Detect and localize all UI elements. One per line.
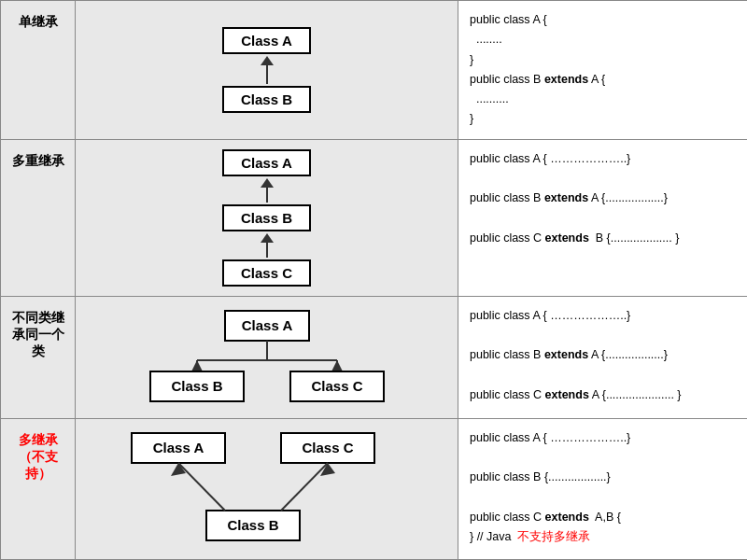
svg-marker-5 xyxy=(191,360,203,371)
svg-text:Class B: Class B xyxy=(171,378,222,394)
code-line-5: .......... xyxy=(470,90,736,109)
svg-multiple: Class A Class C Class B xyxy=(127,428,407,550)
svg-text:Class A: Class A xyxy=(152,440,204,455)
svg-text:Class C: Class C xyxy=(311,378,362,394)
mp-code-2 xyxy=(470,448,736,468)
svg-line-18 xyxy=(178,463,225,511)
arrow-line-2-multi xyxy=(266,243,268,258)
code-multiple: public class A { ………………..} public class … xyxy=(458,418,748,559)
mp-code-4 xyxy=(470,487,736,507)
row-multiple-inheritance: 多继承（不支持） Class A Class C Class B xyxy=(1,418,748,559)
svg-text:Class A: Class A xyxy=(241,317,292,333)
class-box-a-multi: Class A xyxy=(222,149,310,176)
arrow-line-1-multi xyxy=(266,188,268,203)
class-box-b-single: Class B xyxy=(222,86,311,113)
h-code-3: public class B extends A {..............… xyxy=(470,345,736,365)
ml-code-1: public class A { ………………..} xyxy=(470,149,736,169)
ml-code-3: public class B extends A {..............… xyxy=(470,189,736,208)
h-code-5: public class C extends A {..............… xyxy=(470,385,736,405)
label-hierarchical: 不同类继承同一个类 xyxy=(1,296,76,418)
mp-code-1: public class A { ………………..} xyxy=(470,428,736,448)
svg-text:Class C: Class C xyxy=(302,440,353,455)
svg-text:Class B: Class B xyxy=(227,517,278,533)
arrow-head-2-multi xyxy=(261,233,274,243)
main-table: 单继承 Class A Class B public class A { ...… xyxy=(0,0,747,560)
code-line-1: public class A { xyxy=(470,10,736,30)
svg-line-20 xyxy=(281,463,328,511)
diagram-single: Class A Class B xyxy=(76,1,458,140)
code-single: public class A { ........ } public class… xyxy=(458,1,748,140)
code-line-6: } xyxy=(470,109,736,129)
code-line-4: public class B extends A { xyxy=(470,70,736,90)
ml-code-5: public class C extends B {..............… xyxy=(470,229,736,248)
diagram-hierarchical: Class A Class B Class C xyxy=(76,296,458,418)
class-box-b-multi: Class B xyxy=(222,204,311,231)
class-box-a-single: Class A xyxy=(222,27,310,54)
class-box-c-multi: Class C xyxy=(222,259,311,287)
code-line-2: ........ xyxy=(470,30,736,49)
row-multilevel-inheritance: 多重继承 Class A Class B Class C public clas… xyxy=(1,139,748,296)
arrow-head-1-multi xyxy=(261,178,274,188)
label-multiple: 多继承（不支持） xyxy=(1,418,76,559)
h-code-2 xyxy=(470,326,736,345)
ml-code-4 xyxy=(470,208,736,228)
code-hierarchical: public class A { ………………..} public class … xyxy=(458,296,748,418)
label-single: 单继承 xyxy=(1,1,76,140)
diagram-multiple: Class A Class C Class B xyxy=(76,418,458,559)
svg-marker-7 xyxy=(331,360,343,371)
row-single-inheritance: 单继承 Class A Class B public class A { ...… xyxy=(1,1,748,140)
h-code-4 xyxy=(470,365,736,385)
arrow-line-single xyxy=(266,65,268,84)
code-line-3: } xyxy=(470,50,736,70)
diagram-multilevel: Class A Class B Class C xyxy=(76,139,458,296)
row-hierarchical-inheritance: 不同类继承同一个类 Class A xyxy=(1,296,748,418)
svg-hierarchical: Class A Class B Class C xyxy=(146,306,388,409)
mp-code-5: public class C extends A,B { xyxy=(470,508,736,527)
label-multilevel: 多重继承 xyxy=(1,139,76,296)
arrow-head-single xyxy=(261,56,274,65)
ml-code-2 xyxy=(470,169,736,189)
h-code-1: public class A { ………………..} xyxy=(470,306,736,326)
mp-code-6: } // Java 不支持多继承 xyxy=(470,527,736,547)
mp-code-3: public class B {..................} xyxy=(470,468,736,487)
code-multilevel: public class A { ………………..} public class … xyxy=(458,139,748,296)
